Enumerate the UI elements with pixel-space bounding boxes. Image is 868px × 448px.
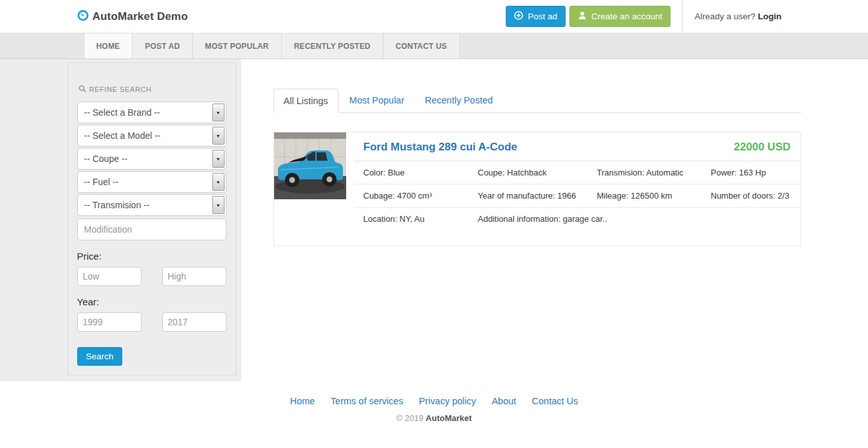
- modification-input[interactable]: [77, 219, 226, 240]
- year-label: Year:: [77, 296, 226, 307]
- footer-link-about[interactable]: About: [492, 396, 516, 406]
- year-to-input[interactable]: [162, 312, 226, 332]
- model-select[interactable]: -- Select a Model -- ▼: [77, 125, 226, 147]
- detail-coupe: Coupe: Hatchback: [478, 161, 597, 184]
- footer-link-privacy[interactable]: Privacy policy: [419, 396, 476, 406]
- chevron-down-icon: ▼: [212, 127, 225, 145]
- refine-search-title: REFINE SEARCH: [78, 85, 226, 94]
- coupe-select[interactable]: -- Coupe -- ▼: [77, 148, 226, 170]
- listings-tabs: All Listings Most Popular Recently Poste…: [273, 89, 801, 113]
- header-divider: [682, 0, 683, 33]
- price-high-input[interactable]: [162, 267, 226, 286]
- listings-area: All Listings Most Popular Recently Poste…: [255, 59, 801, 375]
- copyright-brand: AutoMarket: [426, 413, 472, 423]
- price-label: Price:: [77, 251, 226, 262]
- chevron-down-icon: ▼: [212, 173, 225, 191]
- copyright-text: © 2019 AutoMarket: [68, 413, 801, 423]
- nav-item-recently-posted[interactable]: RECENTLY POSTED: [281, 33, 383, 58]
- brand-select[interactable]: -- Select a Brand -- ▼: [77, 102, 226, 123]
- year-from-input[interactable]: [77, 312, 142, 332]
- transmission-select[interactable]: -- Transmision -- ▼: [77, 194, 226, 216]
- listing-title[interactable]: Ford Mustang 289 cui A-Code: [364, 141, 517, 154]
- footer-link-home[interactable]: Home: [290, 396, 315, 406]
- post-ad-button[interactable]: Post ad: [506, 6, 566, 27]
- nav-item-contact-us[interactable]: CONTACT US: [383, 33, 460, 58]
- chevron-down-icon: ▼: [212, 150, 225, 168]
- detail-power: Power: 163 Hp: [711, 161, 791, 184]
- listing-card: Ford Mustang 289 cui A-Code 22000 USD Co…: [273, 132, 801, 246]
- tab-recently-posted[interactable]: Recently Posted: [415, 89, 503, 112]
- listing-details-row: Color: Blue Coupe: Hatchback Transmision…: [354, 161, 800, 184]
- post-ad-label: Post ad: [528, 12, 557, 21]
- detail-mileage: Mileage: 126500 km: [597, 184, 711, 207]
- tab-all-listings[interactable]: All Listings: [273, 89, 338, 113]
- search-button[interactable]: Search: [77, 347, 123, 366]
- login-link[interactable]: Login: [758, 12, 782, 21]
- listing-details-row: Cubage: 4700 cm³ Year of manufacture: 19…: [354, 184, 800, 208]
- person-icon: [578, 11, 587, 22]
- create-account-button[interactable]: Create an account: [569, 6, 670, 27]
- brand-name: AutoMarket Demo: [93, 10, 188, 23]
- chevron-down-icon: ▼: [212, 196, 225, 214]
- detail-year: Year of manufacture: 1966: [478, 184, 597, 207]
- footer-link-contact[interactable]: Contact Us: [532, 396, 578, 406]
- detail-doors: Number of doors: 2/3: [711, 184, 791, 207]
- price-low-input[interactable]: [77, 267, 142, 286]
- tab-most-popular[interactable]: Most Popular: [340, 89, 414, 112]
- plus-circle-icon: [514, 11, 523, 22]
- magnifier-icon: [78, 85, 86, 94]
- listing-photo[interactable]: [274, 132, 346, 199]
- detail-additional-info: Additional information: garage car..: [478, 208, 791, 230]
- detail-location: Location: NY, Au: [364, 208, 478, 230]
- footer-link-terms[interactable]: Terms of services: [331, 396, 403, 406]
- nav-item-home[interactable]: HOME: [84, 33, 133, 58]
- main-nav: HOME POST AD MOST POPULAR RECENTLY POSTE…: [0, 33, 868, 59]
- listing-details-row: Location: NY, Au Additional information:…: [354, 208, 800, 230]
- brand-logo[interactable]: AutoMarket Demo: [77, 10, 188, 24]
- fuel-select[interactable]: -- Fuel -- ▼: [77, 171, 226, 193]
- content: REFINE SEARCH -- Select a Brand -- ▼ -- …: [0, 59, 868, 381]
- nav-item-most-popular[interactable]: MOST POPULAR: [192, 33, 281, 58]
- already-user-text: Already a user?: [694, 12, 755, 21]
- detail-color: Color: Blue: [364, 161, 478, 184]
- listing-price: 22000 USD: [734, 141, 791, 154]
- gauge-icon: [77, 10, 89, 24]
- detail-cubage: Cubage: 4700 cm³: [364, 184, 478, 207]
- nav-item-post-ad[interactable]: POST AD: [132, 33, 192, 58]
- detail-transmission: Transmision: Automatic: [597, 161, 711, 184]
- header: AutoMarket Demo Post ad: [0, 0, 868, 33]
- footer: Home Terms of services Privacy policy Ab…: [0, 381, 868, 423]
- create-account-label: Create an account: [591, 12, 662, 21]
- refine-search-panel: REFINE SEARCH -- Select a Brand -- ▼ -- …: [68, 59, 255, 375]
- chevron-down-icon: ▼: [212, 103, 225, 121]
